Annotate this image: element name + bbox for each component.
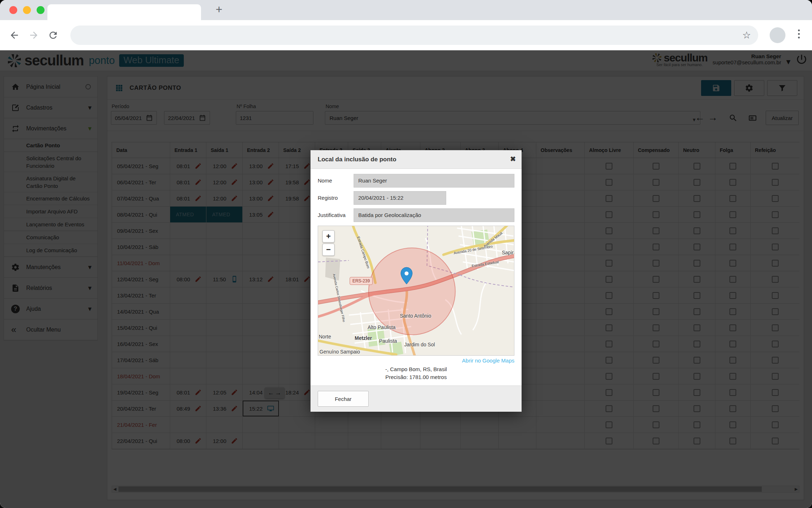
map-label: Metzler (355, 335, 372, 341)
minimize-window-button[interactable] (23, 6, 31, 14)
field-label: Nome (318, 174, 354, 188)
modal-body: NomeRuan SegerRegistro20/04/2021 - 15:22… (311, 169, 522, 385)
map-label: Norte (319, 334, 331, 340)
close-icon[interactable]: ✖ (510, 155, 516, 163)
address-text: -, Campo Bom, RS, Brasil Precisão: 1781.… (318, 365, 514, 381)
zoom-in-button[interactable]: + (322, 230, 335, 243)
browser-profile-avatar[interactable] (770, 27, 785, 43)
field-value: 20/04/2021 - 15:22 (354, 191, 446, 205)
map[interactable]: SapirangaSanto AntônioAlto PaulistaMetzl… (318, 226, 514, 356)
map-label: Paulista (379, 338, 397, 344)
browser-tab[interactable] (47, 4, 201, 20)
map-label: Genuíno Sampaio (319, 349, 360, 355)
new-tab-button[interactable]: + (211, 3, 227, 17)
bookmark-star-icon[interactable]: ☆ (742, 29, 751, 41)
forward-icon[interactable] (27, 29, 40, 42)
field-value: Ruan Seger (354, 174, 514, 188)
map-label: Santo Antônio (400, 313, 431, 319)
address-bar[interactable]: ☆ (70, 26, 758, 45)
field-label: Justificativa (318, 208, 354, 222)
modal-footer: Fechar (311, 385, 522, 412)
map-label: Jardim do Sol (404, 342, 435, 347)
precision-line: Precisão: 1781.00 metros (318, 373, 514, 381)
browser-toolbar: ☆ (0, 20, 812, 50)
map-label: Alto Paulista (368, 324, 396, 330)
browser-window: + ☆ secullum ponto Web Ultimate (0, 0, 812, 508)
geofence-circle (369, 248, 456, 335)
field-value: Batida por Geolocalização (354, 208, 514, 222)
google-maps-link[interactable]: Abrir no Google Maps (318, 357, 514, 364)
local-inclusao-modal: Local da inclusão de ponto ✖ NomeRuan Se… (311, 150, 522, 412)
modal-title: Local da inclusão de ponto (318, 156, 396, 163)
zoom-out-button[interactable]: − (322, 244, 335, 256)
map-zoom-controls: + − (322, 230, 335, 256)
browser-menu-icon[interactable] (798, 29, 800, 38)
modal-field: Registro20/04/2021 - 15:22 (318, 191, 514, 205)
window-controls (9, 6, 45, 14)
road-shield: ERS-239 (350, 277, 373, 285)
reload-icon[interactable] (47, 29, 60, 42)
map-label: Sapiranga (502, 250, 514, 255)
maximize-window-button[interactable] (37, 6, 45, 14)
field-label: Registro (318, 191, 354, 205)
browser-tabbar: + (0, 0, 812, 20)
fechar-button[interactable]: Fechar (318, 391, 369, 407)
modal-field: NomeRuan Seger (318, 174, 514, 188)
back-icon[interactable] (8, 29, 21, 42)
address-line: -, Campo Bom, RS, Brasil (318, 365, 514, 373)
close-window-button[interactable] (9, 6, 17, 14)
modal-field: JustificativaBatida por Geolocalização (318, 208, 514, 222)
modal-header: Local da inclusão de ponto ✖ (311, 150, 522, 169)
